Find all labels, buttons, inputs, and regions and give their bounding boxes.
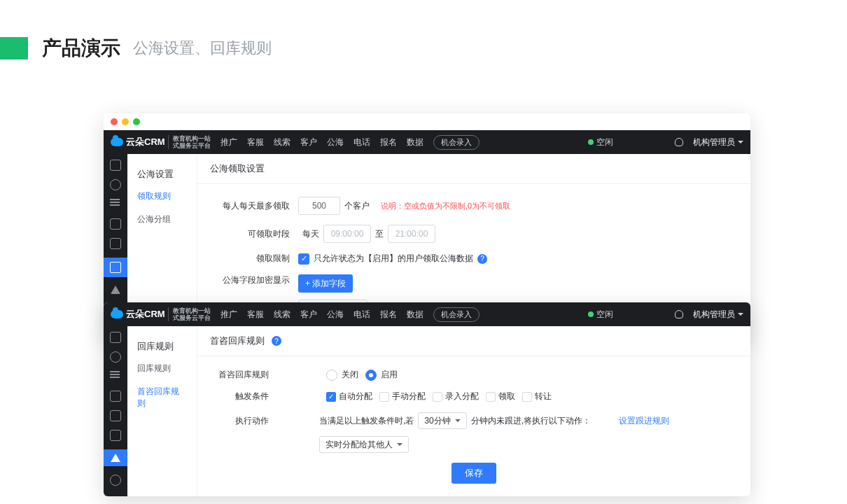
user-status[interactable]: 空闲: [588, 136, 613, 148]
menu-first-consult-rule[interactable]: 首咨回库规则: [127, 380, 197, 415]
section-header: 公海领取设置: [197, 154, 750, 184]
rail-icon-active[interactable]: [104, 258, 127, 277]
claim-limit-label: 领取限制: [214, 253, 298, 265]
time-from-input[interactable]: [323, 225, 371, 243]
nav-data[interactable]: 数据: [407, 309, 424, 321]
side-rail-2: [104, 326, 127, 496]
exec-text-b: 分钟内未跟进,将执行以下动作：: [471, 415, 591, 427]
chk-claim[interactable]: [486, 392, 496, 402]
encrypt-label: 公海字段加密显示: [214, 274, 298, 286]
nav-service[interactable]: 客服: [247, 309, 264, 321]
app-topbar: 云朵CRM 教育机构一站式服务云平台 推广 客服 线索 客户 公海 电话 报名 …: [104, 130, 750, 154]
daily-unit: 个客户: [344, 200, 370, 212]
nav-sea[interactable]: 公海: [327, 309, 344, 321]
menu-title-2: 回库规则: [127, 336, 197, 357]
role-switch[interactable]: 机构管理员: [693, 136, 743, 148]
rail-icon-3[interactable]: [110, 371, 121, 382]
section-title: 公海领取设置: [210, 162, 265, 175]
nav-data[interactable]: 数据: [407, 136, 424, 148]
nav-signup[interactable]: 报名: [380, 136, 397, 148]
chk-entry-label: 录入分配: [445, 391, 479, 402]
rail-icon-7[interactable]: [111, 286, 120, 294]
slide-title: 产品演示: [42, 35, 120, 62]
rail-icon-1[interactable]: [110, 332, 121, 343]
time-to-input[interactable]: [388, 225, 435, 243]
chk-auto[interactable]: ✓: [326, 392, 336, 402]
rail-icon-5[interactable]: [110, 410, 121, 421]
house-icon: [110, 262, 121, 273]
brand-name: 云朵CRM: [126, 136, 165, 148]
chk-entry[interactable]: [433, 392, 442, 402]
rail-icon-2[interactable]: [110, 179, 121, 190]
nav-sea[interactable]: 公海: [327, 136, 344, 148]
menu-claim-rule[interactable]: 领取规则: [127, 185, 197, 208]
zoom-dot-icon[interactable]: [133, 118, 140, 125]
daily-note: 说明：空或负值为不限制,0为不可领取: [381, 201, 510, 211]
chk-transfer-label: 转让: [535, 391, 552, 402]
role-switch[interactable]: 机构管理员: [693, 309, 743, 321]
nav-customer[interactable]: 客户: [300, 136, 317, 148]
chevron-down-icon: [738, 141, 743, 144]
radio-off-label: 关闭: [342, 369, 358, 381]
claim-limit-checkbox[interactable]: ✓: [298, 253, 309, 265]
nav-opportunity-entry[interactable]: 机会录入: [433, 135, 479, 150]
radio-on-label: 启用: [381, 369, 398, 381]
time-select[interactable]: 30分钟: [418, 412, 466, 429]
rail-icon-1[interactable]: [110, 160, 121, 171]
radio-off[interactable]: [326, 370, 337, 381]
set-follow-rule-link[interactable]: 设置跟进规则: [619, 415, 669, 427]
time-range-label: 可领取时段: [214, 228, 298, 240]
nav-signup[interactable]: 报名: [380, 309, 397, 321]
side-menu-2: 回库规则 回库规则 首咨回库规则: [127, 326, 197, 496]
brand-name: 云朵CRM: [126, 308, 165, 321]
help-icon[interactable]: ?: [272, 336, 281, 346]
brand-logo[interactable]: 云朵CRM 教育机构一站式服务云平台: [111, 135, 211, 149]
chevron-down-icon: [738, 313, 743, 316]
nav-service[interactable]: 客服: [247, 136, 264, 148]
rail-icon-8[interactable]: [110, 475, 121, 486]
help-icon[interactable]: ?: [477, 254, 487, 264]
slide-subtitle: 公海设置、回库规则: [133, 38, 272, 59]
close-dot-icon[interactable]: [111, 118, 118, 125]
add-field-button[interactable]: 添加字段: [298, 274, 353, 293]
nav-lead[interactable]: 线索: [274, 309, 290, 321]
chk-claim-label: 领取: [498, 391, 515, 402]
accent-bar: [0, 37, 28, 59]
nav-promo[interactable]: 推广: [220, 309, 237, 321]
rail-icon-4[interactable]: [110, 391, 121, 402]
action-select[interactable]: 实时分配给其他人: [319, 436, 409, 453]
section-title-2: 首咨回库规则: [210, 335, 265, 347]
rail-icon-3[interactable]: [110, 199, 121, 210]
app-topbar-2: 云朵CRM 教育机构一站式服务云平台 推广 客服 线索 客户 公海 电话 报名 …: [104, 302, 750, 326]
chk-manual[interactable]: [379, 392, 389, 402]
bell-icon[interactable]: [675, 138, 683, 146]
rail-icon-4[interactable]: [110, 218, 121, 230]
daily-limit-input[interactable]: [298, 197, 340, 215]
chevron-down-icon: [455, 419, 461, 422]
nav-promo[interactable]: 推广: [220, 136, 237, 148]
menu-sea-group[interactable]: 公海分组: [127, 208, 197, 231]
chk-auto-label: 自动分配: [339, 391, 372, 402]
nav-phone[interactable]: 电话: [354, 309, 370, 321]
rail-icon-active[interactable]: [104, 449, 127, 466]
nav-customer[interactable]: 客户: [300, 309, 317, 321]
menu-return-rule[interactable]: 回库规则: [127, 357, 197, 380]
chevron-down-icon: [397, 443, 402, 446]
chk-manual-label: 手动分配: [392, 391, 426, 402]
nav-phone[interactable]: 电话: [354, 136, 370, 148]
nav-opportunity-entry[interactable]: 机会录入: [433, 307, 479, 322]
rail-icon-6[interactable]: [110, 430, 121, 441]
rail-icon-5[interactable]: [110, 238, 121, 249]
bell-icon[interactable]: [675, 310, 683, 318]
minimize-dot-icon[interactable]: [122, 118, 129, 125]
user-status[interactable]: 空闲: [588, 309, 613, 321]
action-label: 执行动作: [214, 412, 277, 427]
chk-transfer[interactable]: [522, 392, 532, 402]
time-sep: 至: [375, 228, 384, 240]
rail-icon-2[interactable]: [110, 351, 121, 363]
radio-on[interactable]: [365, 370, 377, 381]
brand-logo-2[interactable]: 云朵CRM 教育机构一站式服务云平台: [111, 307, 211, 321]
nav-lead[interactable]: 线索: [274, 136, 290, 148]
slide-header: 产品演示 公海设置、回库规则: [0, 35, 272, 62]
save-button[interactable]: 保存: [451, 463, 496, 484]
